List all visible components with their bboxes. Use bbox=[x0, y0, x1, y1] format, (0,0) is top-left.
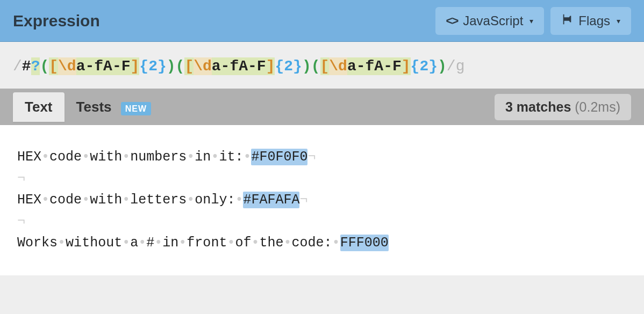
code-icon: <> bbox=[446, 14, 458, 28]
regex-token: a-f bbox=[347, 57, 374, 75]
test-line: HEX•code•with•numbers•in•it:•#F0F0F0¬ bbox=[17, 147, 627, 168]
whitespace-dot: • bbox=[154, 235, 162, 251]
flag-icon bbox=[561, 13, 573, 28]
tab-tests[interactable]: Tests NEW bbox=[65, 92, 163, 122]
regex-token: \d bbox=[329, 57, 347, 75]
regex-token: # bbox=[22, 57, 31, 75]
regex-token: ? bbox=[31, 57, 40, 75]
whitespace-dot: • bbox=[211, 149, 219, 165]
regex-token: [ bbox=[320, 57, 330, 75]
chevron-down-icon: ▾ bbox=[617, 17, 620, 25]
regex-open-delim: / bbox=[13, 58, 22, 75]
match-highlight: FFF000 bbox=[340, 235, 389, 251]
whitespace-dot: • bbox=[251, 235, 259, 251]
test-line: Works•without•a•#•in•front•of•the•code:•… bbox=[17, 232, 627, 254]
eol-glyph: ¬ bbox=[307, 149, 316, 165]
regex-token: ( bbox=[40, 57, 49, 75]
regex-token: a-f bbox=[76, 57, 103, 75]
flavor-button[interactable]: <> JavaScript ▾ bbox=[435, 7, 545, 35]
regex-token: ( bbox=[311, 57, 320, 75]
regex-token: ) bbox=[438, 57, 447, 75]
regex-token: A-F bbox=[239, 57, 266, 75]
regex-body: #?([\da-fA-F]{2})([\da-fA-F]{2})([\da-fA… bbox=[22, 57, 447, 75]
whitespace-dot: • bbox=[122, 192, 130, 208]
whitespace-dot: • bbox=[82, 192, 90, 208]
tabs-bar: Text Tests NEW 3 matches (0.2ms) bbox=[0, 89, 644, 125]
whitespace-dot: • bbox=[243, 149, 251, 165]
whitespace-dot: • bbox=[58, 235, 66, 251]
regex-token: ) bbox=[302, 57, 311, 75]
regex-token: ] bbox=[402, 57, 411, 75]
whitespace-dot: • bbox=[227, 235, 235, 251]
regex-token: A-F bbox=[374, 57, 401, 75]
blank-line: ¬ bbox=[17, 211, 627, 232]
regex-token: {2} bbox=[411, 57, 438, 75]
regex-token: ] bbox=[266, 57, 275, 75]
regex-token: [ bbox=[184, 57, 194, 75]
flavor-label: JavaScript bbox=[463, 13, 523, 28]
tab-tests-label: Tests bbox=[76, 99, 112, 115]
eol-glyph: ¬ bbox=[299, 192, 307, 208]
regex-token: {2} bbox=[275, 57, 302, 75]
whitespace-dot: • bbox=[178, 235, 187, 251]
regex-token: ] bbox=[131, 57, 140, 75]
regex-token: {2} bbox=[139, 57, 166, 75]
match-info: 3 matches (0.2ms) bbox=[495, 94, 631, 120]
tab-text[interactable]: Text bbox=[13, 92, 65, 122]
page-title: Expression bbox=[13, 12, 100, 30]
match-highlight: #FAFAFA bbox=[243, 192, 299, 208]
new-badge: NEW bbox=[121, 102, 151, 115]
whitespace-dot: • bbox=[41, 192, 49, 208]
match-highlight: #F0F0F0 bbox=[251, 149, 307, 165]
regex-close-delim: / bbox=[447, 58, 456, 75]
whitespace-dot: • bbox=[187, 192, 195, 208]
regex-token: [ bbox=[49, 57, 58, 75]
whitespace-dot: • bbox=[122, 235, 130, 251]
test-line: HEX•code•with•letters•only:•#FAFAFA¬ bbox=[17, 189, 627, 211]
tabs-left: Text Tests NEW bbox=[13, 92, 163, 122]
regex-flags: g bbox=[456, 58, 465, 75]
regex-token: ) bbox=[167, 57, 176, 75]
whitespace-dot: • bbox=[332, 235, 340, 251]
regex-token: ( bbox=[176, 57, 185, 75]
eol-glyph: ¬ bbox=[17, 214, 25, 229]
regex-token: a-f bbox=[212, 57, 239, 75]
header-buttons: <> JavaScript ▾ Flags ▾ bbox=[435, 7, 631, 35]
whitespace-dot: • bbox=[138, 235, 146, 251]
eol-glyph: ¬ bbox=[17, 171, 25, 186]
header-bar: Expression <> JavaScript ▾ Flags ▾ bbox=[0, 0, 644, 42]
expression-input[interactable]: /#?([\da-fA-F]{2})([\da-fA-F]{2})([\da-f… bbox=[0, 42, 644, 89]
whitespace-dot: • bbox=[284, 235, 292, 251]
flags-label: Flags bbox=[578, 13, 610, 28]
match-time: (0.2ms) bbox=[575, 99, 620, 114]
regex-token: \d bbox=[194, 57, 212, 75]
flags-button[interactable]: Flags ▾ bbox=[550, 7, 631, 35]
test-text-area[interactable]: HEX•code•with•numbers•in•it:•#F0F0F0¬¬HE… bbox=[0, 125, 644, 275]
regex-token: \d bbox=[58, 57, 76, 75]
whitespace-dot: • bbox=[187, 149, 195, 165]
whitespace-dot: • bbox=[122, 149, 130, 165]
whitespace-dot: • bbox=[235, 192, 243, 208]
chevron-down-icon: ▾ bbox=[529, 17, 533, 25]
match-count: 3 matches bbox=[505, 99, 571, 114]
regex-token: A-F bbox=[103, 57, 130, 75]
whitespace-dot: • bbox=[82, 149, 90, 165]
whitespace-dot: • bbox=[41, 149, 49, 165]
blank-line: ¬ bbox=[17, 168, 627, 189]
